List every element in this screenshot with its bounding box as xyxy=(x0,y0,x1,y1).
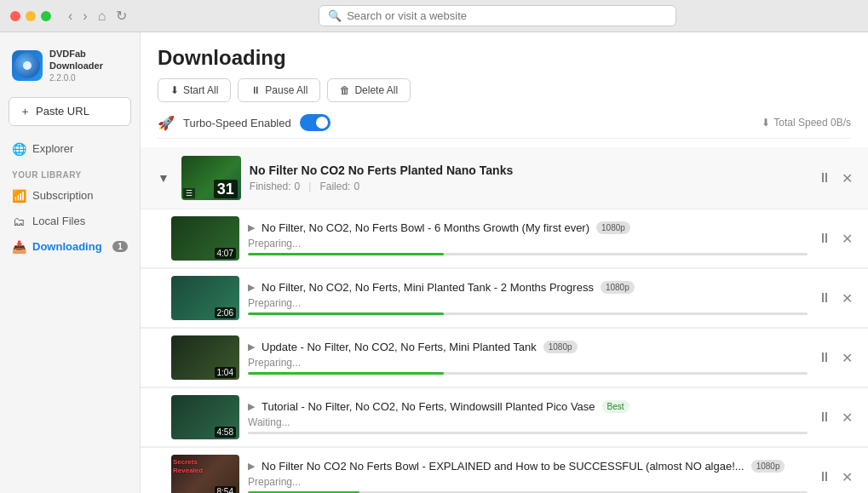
start-all-button[interactable]: ⬇ Start All xyxy=(158,78,231,102)
search-input[interactable] xyxy=(347,9,667,22)
app-icon xyxy=(12,50,43,81)
child-item-3: 1:04 ▶ Update - No Filter, No CO2, No Fe… xyxy=(141,329,868,387)
child-title-row-5: ▶ No Filter No CO2 No Ferts Bowl - EXPLA… xyxy=(248,460,808,473)
download-icon: 📥 xyxy=(12,240,26,254)
failed-label: Failed: xyxy=(319,181,350,192)
folder-icon: 🗂 xyxy=(12,215,26,228)
download-speed-icon: ⬇ xyxy=(762,117,770,129)
delete-icon: 🗑 xyxy=(340,84,350,96)
delete-all-button[interactable]: 🗑 Delete All xyxy=(327,78,411,102)
traffic-lights xyxy=(10,11,51,21)
child-pause-button-3[interactable]: ⏸ xyxy=(816,348,833,367)
refresh-button[interactable]: ↻ xyxy=(112,8,130,25)
child-title-row-1: ▶ No Filter, No CO2, No Ferts Bowl - 6 M… xyxy=(248,221,808,234)
search-icon: 🔍 xyxy=(328,9,342,22)
child-title-row-4: ▶ Tutorial - No Filter, No CO2, No Ferts… xyxy=(248,400,808,413)
child-close-button-1[interactable]: ✕ xyxy=(840,229,854,249)
total-speed-label: Total Speed 0B/s xyxy=(773,117,851,129)
sidebar-item-explorer[interactable]: 🌐 Explorer xyxy=(0,136,140,162)
finished-label: Finished: xyxy=(250,181,291,192)
child-title-2: No Filter, No CO2, No Ferts, Mini Plante… xyxy=(262,281,594,294)
child-close-button-3[interactable]: ✕ xyxy=(840,348,854,368)
video-icon-2: ▶ xyxy=(248,282,255,293)
total-speed: ⬇ Total Speed 0B/s xyxy=(762,117,851,129)
child-close-button-4[interactable]: ✕ xyxy=(840,408,854,427)
paste-url-button[interactable]: ＋ Paste URL xyxy=(9,97,131,126)
stat-divider: | xyxy=(308,181,311,192)
parent-item-header: ▼ 31 ☰ No Filter No CO2 No Ferts Planted… xyxy=(141,147,868,209)
progress-fill-3 xyxy=(248,372,444,375)
explorer-label: Explorer xyxy=(32,142,73,155)
local-files-label: Local Files xyxy=(32,215,85,227)
overlay-text-secrets: SecretsRevealed xyxy=(173,458,203,474)
minimize-button[interactable] xyxy=(26,11,36,21)
child-close-button-2[interactable]: ✕ xyxy=(840,289,854,308)
progress-fill-2 xyxy=(248,312,444,315)
start-all-label: Start All xyxy=(183,84,218,96)
child-thumbnail-2: 2:06 xyxy=(171,276,239,320)
child-title-3: Update - No Filter, No CO2, No Ferts, Mi… xyxy=(262,341,537,353)
plus-icon: ＋ xyxy=(20,104,31,119)
child-info-4: ▶ Tutorial - No Filter, No CO2, No Ferts… xyxy=(248,400,808,434)
collapse-button[interactable]: ▼ xyxy=(154,171,173,185)
toolbar: ⬇ Start All ⏸ Pause All 🗑 Delete All xyxy=(158,78,851,102)
child-item-5: 8:54 SecretsRevealed ▶ No Filter No CO2 … xyxy=(141,448,868,493)
child-status-3: Preparing... xyxy=(248,357,808,369)
home-button[interactable]: ⌂ xyxy=(95,8,110,25)
close-button[interactable] xyxy=(10,11,20,21)
paste-url-label: Paste URL xyxy=(36,105,89,118)
child-title-row-3: ▶ Update - No Filter, No CO2, No Ferts, … xyxy=(248,341,808,353)
video-icon-4: ▶ xyxy=(248,401,255,412)
turbo-icon: 🚀 xyxy=(158,115,175,131)
parent-thumbnail: 31 ☰ xyxy=(181,156,241,200)
turbo-toggle[interactable] xyxy=(300,114,331,131)
duration-5: 8:54 xyxy=(215,486,236,493)
quality-badge-1: 1080p xyxy=(596,221,630,234)
start-icon: ⬇ xyxy=(170,84,179,96)
library-section-label: YOUR LIBRARY xyxy=(0,162,140,183)
maximize-button[interactable] xyxy=(41,11,51,21)
finished-count: 0 xyxy=(295,181,301,192)
parent-info: No Filter No CO2 No Ferts Planted Nano T… xyxy=(250,163,808,192)
content-area: Downloading ⬇ Start All ⏸ Pause All 🗑 De… xyxy=(141,32,868,493)
subscription-icon: 📶 xyxy=(12,189,26,203)
child-pause-button-4[interactable]: ⏸ xyxy=(816,408,833,427)
sidebar-item-local-files[interactable]: 🗂 Local Files xyxy=(0,209,140,234)
app-title-block: DVDFab Downloader 2.2.0.0 xyxy=(49,48,128,83)
child-thumbnail-5: 8:54 SecretsRevealed xyxy=(171,455,239,493)
downloading-badge: 1 xyxy=(112,241,128,252)
titlebar: ‹ › ⌂ ↻ 🔍 xyxy=(0,0,868,32)
child-title-row-2: ▶ No Filter, No CO2, No Ferts, Mini Plan… xyxy=(248,281,808,294)
child-item-4: 4:58 ▶ Tutorial - No Filter, No CO2, No … xyxy=(141,388,868,447)
quality-badge-5: 1080p xyxy=(751,460,785,473)
duration-4: 4:58 xyxy=(215,427,236,438)
parent-close-button[interactable]: ✕ xyxy=(840,169,854,188)
child-pause-button-1[interactable]: ⏸ xyxy=(816,229,833,248)
child-thumbnail-3: 1:04 xyxy=(171,335,239,380)
finished-stat: Finished: 0 xyxy=(250,181,300,192)
forward-button[interactable]: › xyxy=(79,8,90,25)
quality-badge-3: 1080p xyxy=(543,341,578,353)
sidebar-item-subscription[interactable]: 📶 Subscription xyxy=(0,183,140,209)
child-pause-button-5[interactable]: ⏸ xyxy=(816,467,833,486)
parent-actions: ⏸ ✕ xyxy=(816,169,854,188)
downloading-label: Downloading xyxy=(32,240,102,253)
back-button[interactable]: ‹ xyxy=(65,8,76,25)
sidebar-item-downloading[interactable]: 📥 Downloading 1 xyxy=(0,234,140,260)
search-bar[interactable]: 🔍 xyxy=(319,5,676,26)
pause-all-button[interactable]: ⏸ Pause All xyxy=(238,78,320,102)
parent-pause-button[interactable]: ⏸ xyxy=(816,169,833,187)
child-close-button-5[interactable]: ✕ xyxy=(840,467,854,487)
delete-all-label: Delete All xyxy=(354,84,398,96)
child-actions-4: ⏸ ✕ xyxy=(816,408,854,427)
child-thumbnail-4: 4:58 xyxy=(171,395,239,439)
child-title-4: Tutorial - No Filter, No CO2, No Ferts, … xyxy=(262,400,595,413)
child-item-2: 2:06 ▶ No Filter, No CO2, No Ferts, Mini… xyxy=(141,269,868,328)
quality-badge-4: Best xyxy=(602,400,629,413)
child-actions-1: ⏸ ✕ xyxy=(816,229,854,249)
progress-fill-1 xyxy=(248,253,444,255)
child-title-1: No Filter, No CO2, No Ferts Bowl - 6 Mon… xyxy=(262,221,589,234)
video-icon-5: ▶ xyxy=(248,461,255,472)
turbo-bar: 🚀 Turbo-Speed Enabled ⬇ Total Speed 0B/s xyxy=(158,111,851,139)
child-pause-button-2[interactable]: ⏸ xyxy=(816,289,833,307)
